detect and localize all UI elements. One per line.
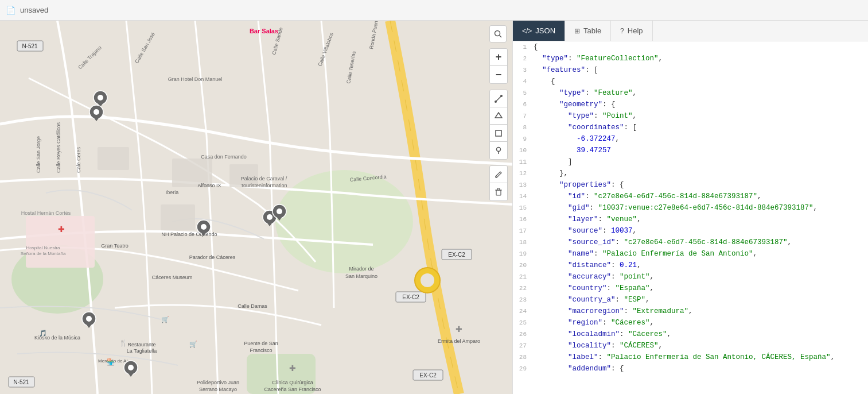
main-content: N-521 N-521 EX-C2 EX-C2 EX-C2 Calle Traj… xyxy=(0,21,868,394)
json-line-5: 5 "type": "Feature", xyxy=(513,87,868,99)
svg-text:Iberia: Iberia xyxy=(166,190,179,195)
tab-table[interactable]: ⊞ Table xyxy=(565,21,611,41)
draw-point-button[interactable] xyxy=(490,142,507,159)
json-line-1: 1 { xyxy=(513,41,868,53)
json-line-2: 2 "type": "FeatureCollection", xyxy=(513,53,868,64)
svg-text:Gran Hotel Don Manuel: Gran Hotel Don Manuel xyxy=(168,76,223,82)
json-panel: </> JSON ⊞ Table ? Help 1 { 2 "type": "F… xyxy=(512,21,868,394)
draw-line-button[interactable] xyxy=(490,90,507,107)
json-line-3: 3 "features": [ xyxy=(513,64,868,76)
svg-text:Alfonso IX: Alfonso IX xyxy=(197,183,221,188)
svg-text:Cáceres Museum: Cáceres Museum xyxy=(152,275,193,280)
zoom-in-button[interactable]: + xyxy=(490,49,507,66)
svg-text:San Marquino: San Marquino xyxy=(345,273,377,279)
svg-text:Parador de Cáceres: Parador de Cáceres xyxy=(189,254,236,260)
top-bar: 📄 unsaved xyxy=(0,0,868,21)
svg-point-76 xyxy=(267,214,273,220)
draw-polygon-button[interactable] xyxy=(490,107,507,125)
svg-text:Mirador de: Mirador de xyxy=(349,266,373,272)
svg-point-70 xyxy=(94,109,99,115)
svg-point-79 xyxy=(277,208,282,214)
map-section: N-521 N-521 EX-C2 EX-C2 EX-C2 Calle Traj… xyxy=(0,21,512,394)
zoom-controls: + − xyxy=(489,48,508,84)
json-line-21: 21 "accuracy": "point", xyxy=(513,271,868,283)
json-line-28: 28 "label": "Palacio Enfermería de San A… xyxy=(513,351,868,363)
svg-text:Serrano Macayo: Serrano Macayo xyxy=(199,387,237,392)
json-line-11: 11 ] xyxy=(513,156,868,168)
svg-rect-96 xyxy=(496,190,501,195)
svg-text:Calle San Jorge: Calle San Jorge xyxy=(36,136,41,173)
svg-rect-93 xyxy=(496,130,501,136)
svg-text:EX-C2: EX-C2 xyxy=(448,252,465,258)
tab-help[interactable]: ? Help xyxy=(611,21,652,41)
json-line-18: 18 "source_id": "c27e8e64-e6d7-456c-814d… xyxy=(513,237,868,248)
svg-point-90 xyxy=(495,101,497,103)
edit-button[interactable] xyxy=(490,166,507,183)
svg-text:EX-C2: EX-C2 xyxy=(419,372,437,378)
svg-text:EX-C2: EX-C2 xyxy=(402,294,419,300)
svg-point-85 xyxy=(128,365,134,370)
svg-text:🛒: 🛒 xyxy=(161,315,169,323)
svg-point-82 xyxy=(86,316,92,322)
svg-text:Puente de San: Puente de San xyxy=(244,341,278,346)
svg-point-1 xyxy=(275,170,413,273)
svg-text:Señora de la Montaña: Señora de la Montaña xyxy=(21,251,66,256)
json-line-26: 26 "localadmin": "Cáceres", xyxy=(513,329,868,340)
file-title: unsaved xyxy=(20,6,48,14)
json-line-6: 6 "geometry": { xyxy=(513,99,868,110)
svg-text:Kiosko de la Música: Kiosko de la Música xyxy=(34,335,80,341)
svg-point-87 xyxy=(421,273,434,287)
tab-table-label: Table xyxy=(583,26,601,35)
search-button[interactable] xyxy=(489,25,507,43)
svg-text:Cale Ceres: Cale Ceres xyxy=(76,146,81,173)
svg-text:🍴: 🍴 xyxy=(119,339,127,347)
json-line-23: 23 "country_a": "ESP", xyxy=(513,294,868,306)
svg-marker-92 xyxy=(495,113,502,118)
map-canvas: N-521 N-521 EX-C2 EX-C2 EX-C2 Calle Traj… xyxy=(0,21,512,394)
json-line-22: 22 "country": "España", xyxy=(513,283,868,294)
map-toolbar: + − xyxy=(489,25,508,201)
svg-point-91 xyxy=(500,95,503,97)
json-line-25: 25 "region": "Cáceres", xyxy=(513,317,868,329)
json-line-14: 14 "id": "c27e8e64-e6d7-456c-814d-884e67… xyxy=(513,191,868,202)
svg-text:Calle Reyes Católicos: Calle Reyes Católicos xyxy=(56,122,61,173)
svg-point-73 xyxy=(201,224,207,230)
json-line-4: 4 { xyxy=(513,76,868,87)
svg-text:La Tagliatella: La Tagliatella xyxy=(127,348,157,354)
table-icon: ⊞ xyxy=(574,27,580,35)
svg-text:Touristeninformation: Touristeninformation xyxy=(240,183,287,188)
svg-text:Polideportivo Juan: Polideportivo Juan xyxy=(197,380,239,385)
svg-rect-98 xyxy=(497,188,500,190)
svg-text:Calle Damas: Calle Damas xyxy=(238,303,267,309)
svg-line-89 xyxy=(500,36,502,38)
svg-point-94 xyxy=(497,148,501,152)
svg-text:Restaurante: Restaurante xyxy=(127,342,155,347)
svg-text:🛒: 🛒 xyxy=(189,340,197,348)
svg-text:Palacio de Caraval /: Palacio de Caraval / xyxy=(241,176,287,181)
svg-text:✚: ✚ xyxy=(58,225,65,234)
svg-text:NH Palacio de Oquendo: NH Palacio de Oquendo xyxy=(161,231,217,237)
delete-button[interactable] xyxy=(490,183,507,200)
edit-controls xyxy=(489,165,508,201)
json-line-20: 20 "distance": 0.21, xyxy=(513,260,868,271)
svg-text:Casa don Fernando: Casa don Fernando xyxy=(201,154,247,160)
json-line-17: 17 "source": 10037, xyxy=(513,225,868,237)
svg-rect-7 xyxy=(98,147,129,170)
svg-text:Bar Salas: Bar Salas xyxy=(250,28,278,34)
svg-text:✚: ✚ xyxy=(456,325,462,334)
svg-point-88 xyxy=(495,31,500,36)
svg-text:🏪: 🏪 xyxy=(107,358,115,366)
json-content[interactable]: 1 { 2 "type": "FeatureCollection", 3 "fe… xyxy=(513,41,868,394)
svg-rect-5 xyxy=(161,204,195,230)
zoom-out-button[interactable]: − xyxy=(490,66,507,83)
json-line-9: 9 -6.372247, xyxy=(513,133,868,145)
json-line-15: 15 "gid": "10037:venue:c27e8e64-e6d7-456… xyxy=(513,202,868,214)
tab-help-label: Help xyxy=(628,26,643,35)
tab-json[interactable]: </> JSON xyxy=(513,21,565,41)
json-line-7: 7 "type": "Point", xyxy=(513,110,868,122)
help-icon: ? xyxy=(620,27,624,35)
json-line-19: 19 "name": "Palacio Enfermería de San An… xyxy=(513,248,868,260)
draw-controls xyxy=(489,90,508,160)
svg-point-67 xyxy=(98,95,103,101)
draw-rectangle-button[interactable] xyxy=(490,125,507,142)
